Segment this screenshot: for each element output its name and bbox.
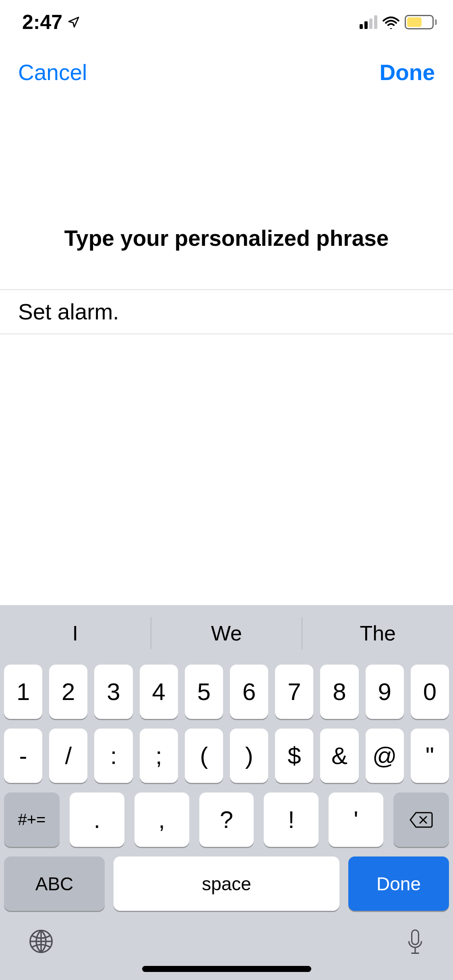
status-bar: 2:47 bbox=[0, 0, 453, 44]
key-at[interactable]: @ bbox=[366, 729, 404, 783]
key-exclaim[interactable]: ! bbox=[264, 793, 319, 847]
key-1[interactable]: 1 bbox=[4, 665, 42, 719]
phrase-input-row[interactable] bbox=[0, 289, 453, 334]
phrase-input[interactable] bbox=[18, 299, 435, 325]
key-9[interactable]: 9 bbox=[366, 665, 404, 719]
key-question[interactable]: ? bbox=[199, 793, 254, 847]
suggestion-1[interactable]: I bbox=[0, 621, 151, 645]
key-dollar[interactable]: $ bbox=[275, 729, 313, 783]
suggestion-2[interactable]: We bbox=[151, 621, 302, 645]
backspace-icon bbox=[409, 811, 434, 829]
location-arrow-icon bbox=[67, 16, 80, 29]
key-row-3: #+= . , ? ! ' bbox=[4, 793, 449, 847]
key-slash[interactable]: / bbox=[49, 729, 87, 783]
key-6[interactable]: 6 bbox=[230, 665, 268, 719]
key-row-1: 1 2 3 4 5 6 7 8 9 0 bbox=[4, 665, 449, 719]
key-abc[interactable]: ABC bbox=[4, 856, 105, 911]
key-0[interactable]: 0 bbox=[411, 665, 449, 719]
key-rparen[interactable]: ) bbox=[230, 729, 268, 783]
key-dash[interactable]: - bbox=[4, 729, 42, 783]
status-left: 2:47 bbox=[22, 10, 80, 34]
key-4[interactable]: 4 bbox=[140, 665, 178, 719]
key-5[interactable]: 5 bbox=[185, 665, 223, 719]
globe-icon[interactable] bbox=[28, 929, 54, 954]
microphone-icon[interactable] bbox=[405, 929, 425, 957]
key-return[interactable]: Done bbox=[348, 856, 449, 911]
home-indicator[interactable] bbox=[142, 966, 311, 972]
key-backspace[interactable] bbox=[393, 793, 449, 847]
cellular-signal-icon bbox=[360, 15, 377, 29]
key-space[interactable]: space bbox=[114, 856, 339, 911]
key-7[interactable]: 7 bbox=[275, 665, 313, 719]
suggestion-bar: I We The bbox=[0, 605, 453, 661]
key-row-2: - / : ; ( ) $ & @ " bbox=[4, 729, 449, 783]
key-8[interactable]: 8 bbox=[320, 665, 358, 719]
key-period[interactable]: . bbox=[70, 793, 124, 847]
battery-icon bbox=[405, 15, 437, 29]
key-quote[interactable]: " bbox=[411, 729, 449, 783]
keyboard: I We The 1 2 3 4 5 6 7 8 9 0 - / : ; ( )… bbox=[0, 605, 453, 980]
wifi-icon bbox=[382, 15, 400, 29]
key-comma[interactable]: , bbox=[134, 793, 189, 847]
cancel-button[interactable]: Cancel bbox=[18, 60, 87, 85]
key-row-4: ABC space Done bbox=[4, 856, 449, 911]
key-lparen[interactable]: ( bbox=[185, 729, 223, 783]
key-3[interactable]: 3 bbox=[94, 665, 132, 719]
key-colon[interactable]: : bbox=[94, 729, 132, 783]
key-symbols[interactable]: #+= bbox=[4, 793, 60, 847]
status-time: 2:47 bbox=[22, 10, 62, 34]
done-button[interactable]: Done bbox=[380, 60, 435, 85]
status-right bbox=[360, 15, 437, 29]
key-amp[interactable]: & bbox=[320, 729, 358, 783]
nav-bar: Cancel Done bbox=[0, 44, 453, 101]
svg-rect-1 bbox=[412, 930, 419, 945]
key-2[interactable]: 2 bbox=[49, 665, 87, 719]
key-semicolon[interactable]: ; bbox=[140, 729, 178, 783]
prompt-label: Type your personalized phrase bbox=[0, 225, 453, 251]
suggestion-3[interactable]: The bbox=[302, 621, 453, 645]
key-apostrophe[interactable]: ' bbox=[329, 793, 383, 847]
